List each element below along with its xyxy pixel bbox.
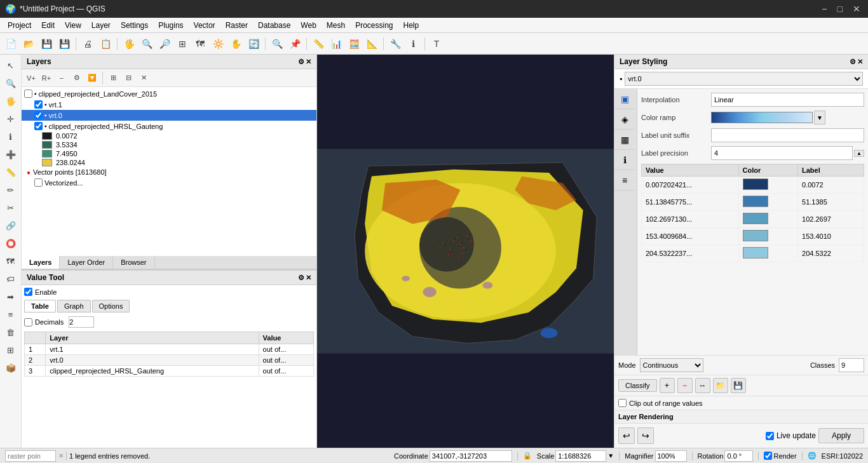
vt-tab-table[interactable]: Table	[24, 300, 56, 312]
layer-item-vrt1[interactable]: ▪ vrt.1	[22, 99, 316, 110]
value-tool-settings-icon[interactable]: ⚙	[298, 274, 304, 282]
style-metadata-icon[interactable]: ℹ	[614, 150, 635, 170]
trash-btn[interactable]: 🗑	[3, 324, 19, 340]
clip-checkbox[interactable]	[618, 399, 627, 407]
color-ramp-preview[interactable]	[711, 112, 813, 123]
minimize-button[interactable]: −	[819, 4, 829, 14]
identify-btn[interactable]: 🔍	[269, 36, 285, 52]
measure-btn[interactable]: 📏	[310, 36, 327, 52]
styling-settings-icon[interactable]: ⚙	[850, 58, 856, 66]
live-update-checkbox[interactable]	[766, 432, 774, 440]
classes-input[interactable]	[839, 358, 864, 372]
remove-class-btn[interactable]: −	[677, 378, 693, 393]
open-btn[interactable]: 📂	[20, 36, 37, 52]
menu-vector[interactable]: Vector	[189, 20, 220, 31]
remove-filter-btn[interactable]: ✕	[137, 71, 151, 85]
layer-item-hrsl[interactable]: ▪ clipped_reprojected_HRSL_Gauteng	[22, 121, 316, 131]
circle-btn[interactable]: ⭕	[3, 235, 19, 252]
scale-input[interactable]	[555, 450, 606, 462]
layer-item-vrt0[interactable]: ▪ vrt.0	[22, 110, 316, 121]
select-tool-btn[interactable]: ✛	[3, 111, 19, 127]
grid-btn[interactable]: ⊞	[3, 342, 19, 358]
tab-layers[interactable]: Layers	[22, 256, 60, 269]
layers-close-icon[interactable]: ✕	[306, 58, 311, 66]
layer-visible-vrt0[interactable]	[34, 111, 43, 119]
menu-raster[interactable]: Raster	[220, 20, 253, 31]
calc-btn[interactable]: 🧮	[346, 36, 362, 52]
style-render-icon[interactable]: ▣	[614, 89, 635, 109]
pan-map-btn[interactable]: ✋	[227, 36, 244, 52]
close-button[interactable]: ✕	[850, 4, 863, 14]
menu-mesh[interactable]: Mesh	[322, 20, 350, 31]
refresh-btn[interactable]: 🔄	[245, 36, 262, 52]
expand-all-btn[interactable]: ⊞	[106, 71, 120, 85]
menu-database[interactable]: Database	[253, 20, 295, 31]
collapse-all-btn[interactable]: ⊟	[121, 71, 135, 85]
render-checkbox[interactable]	[764, 452, 772, 460]
map-area[interactable]	[317, 55, 614, 448]
stats-btn[interactable]: 📊	[328, 36, 344, 52]
pan-tool-btn[interactable]: ↖	[3, 57, 19, 74]
styling-layer-select[interactable]: vrt.0	[625, 72, 863, 86]
map-canvas[interactable]	[317, 55, 614, 448]
open-props-btn[interactable]: ⚙	[70, 71, 84, 85]
label-btn[interactable]: T	[428, 36, 445, 52]
color-swatch-5[interactable]	[743, 247, 768, 258]
zoom-in-btn[interactable]: 🔍	[139, 36, 155, 52]
menu-plugins[interactable]: Plugins	[153, 20, 188, 31]
tab-layer-order[interactable]: Layer Order	[60, 256, 113, 269]
rotation-input[interactable]	[724, 450, 753, 462]
menu-help[interactable]: Help	[398, 20, 424, 31]
plugin2-btn[interactable]: ℹ	[405, 36, 421, 52]
maximize-button[interactable]: □	[835, 4, 845, 14]
filter-layer-btn[interactable]: 🔽	[85, 71, 99, 85]
zoom-select-btn[interactable]: 🔆	[210, 36, 226, 52]
apply-button[interactable]: Apply	[818, 428, 864, 443]
vt-tab-graph[interactable]: Graph	[57, 300, 91, 312]
select-btn[interactable]: 📌	[287, 36, 303, 52]
menu-edit[interactable]: Edit	[36, 20, 60, 31]
new-btn[interactable]: 📄	[3, 36, 19, 52]
vt-tab-options[interactable]: Options	[92, 300, 130, 312]
redo-style-btn[interactable]: ↪	[637, 427, 654, 444]
label-precision-input[interactable]	[711, 146, 853, 160]
color-swatch-2[interactable]	[743, 196, 768, 207]
menu-settings[interactable]: Settings	[116, 20, 153, 31]
add-class-btn[interactable]: +	[660, 378, 675, 393]
vt-decimals-checkbox[interactable]	[24, 318, 32, 326]
layers-settings-icon[interactable]: ⚙	[298, 58, 304, 66]
layer-visible-vrt1[interactable]	[34, 100, 43, 109]
layer-visible-vectorized[interactable]	[34, 178, 43, 187]
coordinate-input[interactable]	[430, 450, 512, 462]
remove-layer-btn[interactable]: −	[55, 71, 69, 85]
list-btn[interactable]: ≡	[3, 306, 19, 323]
color-swatch-3[interactable]	[743, 213, 768, 224]
zoom-tool-btn[interactable]: 🔍	[3, 75, 19, 91]
precision-up-btn[interactable]: ▲	[854, 150, 864, 157]
draw-btn[interactable]: ✏	[3, 182, 19, 198]
magnifier-input[interactable]	[655, 450, 687, 462]
style-legend-icon[interactable]: ≡	[614, 170, 635, 191]
map-btn[interactable]: 🗺	[3, 253, 19, 269]
plugin1-btn[interactable]: 🔧	[387, 36, 403, 52]
status-search-input[interactable]	[5, 450, 56, 462]
color-swatch-1[interactable]	[743, 178, 768, 190]
arrow-btn[interactable]: ➡	[3, 288, 19, 305]
layer-visible-landcover[interactable]	[24, 90, 32, 98]
layer-item-landcover[interactable]: ▪ clipped_reprojected_LandCover_2015	[22, 88, 316, 99]
color-ramp-dropdown-btn[interactable]: ▼	[814, 111, 825, 124]
status-clear-icon[interactable]: ✕	[58, 452, 64, 459]
styling-close-icon[interactable]: ✕	[857, 58, 863, 66]
print-btn[interactable]: 🖨	[79, 36, 96, 52]
layer-item-vectorized[interactable]: Vectorized...	[22, 177, 316, 188]
style-transparency-icon[interactable]: ◈	[614, 109, 635, 130]
style-histogram-icon[interactable]: ▦	[614, 130, 635, 150]
classify-button[interactable]: Classify	[618, 379, 657, 392]
summary-btn[interactable]: 📐	[363, 36, 380, 52]
add-raster-btn[interactable]: R+	[39, 71, 53, 85]
zoom-out-btn[interactable]: 🔎	[156, 36, 173, 52]
link-btn[interactable]: 🔗	[3, 217, 19, 234]
tab-browser[interactable]: Browser	[113, 256, 154, 269]
menu-layer[interactable]: Layer	[86, 20, 116, 31]
link-class-btn[interactable]: ↔	[695, 378, 710, 393]
